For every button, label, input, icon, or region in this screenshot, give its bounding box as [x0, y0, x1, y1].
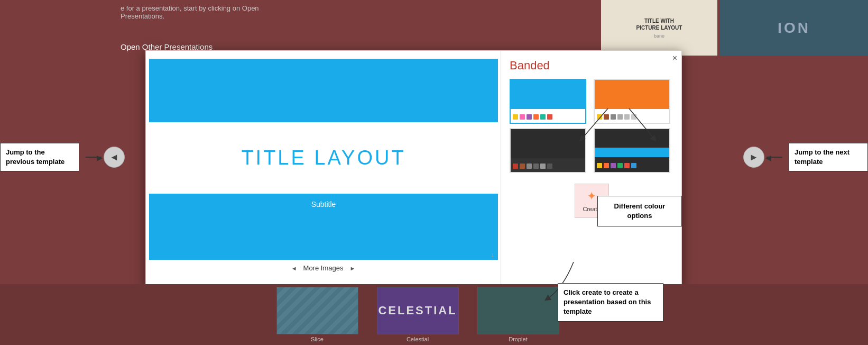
color-dot — [513, 164, 518, 169]
slide-top-band — [149, 59, 498, 122]
svg-line-0 — [581, 108, 608, 139]
color-dot — [533, 164, 539, 169]
strip-thumb-slice — [276, 287, 358, 334]
strip-thumb-celestial: CELESTIAL — [377, 287, 459, 334]
color-dot — [540, 114, 546, 120]
swatch-dark[interactable] — [510, 128, 586, 173]
prev-template-button[interactable]: ◄ — [104, 147, 125, 168]
page-number: 1 — [491, 252, 494, 258]
colour-arrow-svg — [576, 108, 682, 193]
bg-ion-thumb: ION — [720, 0, 868, 56]
next-image-arrow[interactable]: ► — [349, 265, 355, 271]
swatch-dark-top — [511, 129, 585, 158]
colour-options-callout: Different colour options — [597, 196, 682, 226]
next-template-button[interactable]: ► — [743, 147, 764, 168]
strip-label-slice: Slice — [311, 336, 324, 342]
swatch-blue-bottom — [511, 109, 585, 124]
strip-label-droplet: Droplet — [509, 336, 527, 342]
modal-close-button[interactable]: × — [672, 54, 677, 62]
next-template-label: Jump to the next template — [795, 148, 849, 166]
slide-subtitle-text: Subtitle — [311, 200, 336, 208]
slide-subtitle-band: Subtitle — [149, 194, 498, 215]
more-images-label: More Images — [303, 264, 344, 272]
preview-section: TITLE LAYOUT Subtitle 1 ◄ More Images ► — [146, 51, 501, 288]
color-dot — [547, 164, 552, 169]
color-dot — [540, 164, 546, 169]
color-dot — [513, 114, 518, 120]
slide-preview: TITLE LAYOUT Subtitle 1 — [149, 59, 498, 260]
colour-options-label: Different colour options — [614, 202, 666, 220]
color-dot — [527, 114, 532, 120]
bg-top-text: e for a presentation, start by clicking … — [121, 4, 279, 20]
right-nav-group: ► ◀ Jump to the next template — [743, 143, 868, 171]
prev-template-label: Jump to the previous template — [6, 148, 64, 166]
color-dot — [527, 164, 532, 169]
color-dot — [520, 114, 525, 120]
ion-text: ION — [778, 20, 810, 37]
color-dot — [533, 114, 539, 120]
celestial-text: CELESTIAL — [378, 304, 457, 317]
strip-label-celestial: Celestial — [407, 336, 429, 342]
next-arrow-line: ◀ — [767, 157, 782, 158]
swatch-dark-bottom — [511, 158, 585, 173]
svg-line-1 — [629, 108, 654, 139]
bg-thumb-subtitle: bane — [654, 33, 664, 39]
next-template-callout: Jump to the next template — [789, 143, 868, 171]
left-nav-group: Jump to the previous template ▶ ◄ — [0, 143, 125, 171]
create-hint-label: Click create to create a presentation ba… — [564, 288, 651, 315]
preview-footer: ◄ More Images ► — [146, 260, 501, 276]
color-dot — [547, 114, 552, 120]
prev-arrow-line: ▶ — [86, 157, 101, 158]
slide-bottom-area — [149, 215, 498, 260]
more-images-button[interactable]: More Images — [303, 264, 344, 272]
slide-title: TITLE LAYOUT — [241, 147, 405, 169]
strip-item-celestial[interactable]: CELESTIAL Celestial — [370, 287, 465, 342]
swatch-blue[interactable] — [510, 79, 586, 124]
create-hint-callout: Click create to create a presentation ba… — [558, 283, 663, 322]
slice-pattern — [277, 287, 358, 334]
slide-white-band: TITLE LAYOUT — [149, 122, 498, 194]
template-name: Banded — [510, 59, 673, 72]
swatch-blue-top — [511, 80, 585, 109]
strip-item-slice[interactable]: Slice — [270, 287, 365, 342]
swatch-orange-top — [595, 80, 669, 109]
color-dot — [520, 164, 525, 169]
bg-title-thumb-text: TITLE WITHPICTURE LAYOUT — [636, 17, 682, 31]
prev-image-arrow[interactable]: ◄ — [291, 265, 297, 271]
bottom-strip: Slice CELESTIAL Celestial Droplet — [0, 284, 868, 345]
bg-title-thumb: TITLE WITHPICTURE LAYOUT bane — [601, 0, 717, 56]
prev-template-callout: Jump to the previous template — [0, 143, 79, 171]
